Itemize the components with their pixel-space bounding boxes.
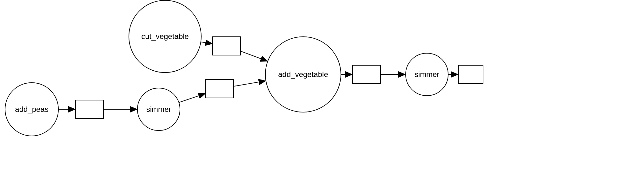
node-label-add-vegetable: add_vegetable (278, 70, 328, 79)
node-rect-5 (458, 65, 483, 84)
node-cut-vegetable: cut_vegetable (129, 0, 202, 73)
node-label-cut-vegetable: cut_vegetable (141, 32, 189, 41)
node-add-peas: add_peas (5, 82, 59, 136)
edge-cut_vegetable-to-rect2 (201, 42, 212, 44)
edge-simmer1-to-rect3 (179, 93, 205, 102)
node-label-simmer-1: simmer (146, 105, 171, 114)
process-diagram: add_peas simmer cut_vegetable add_vegeta… (0, 0, 644, 179)
node-simmer-1: simmer (137, 88, 180, 131)
node-rect-2 (212, 36, 241, 55)
node-rect-1 (75, 100, 104, 119)
node-rect-3 (205, 79, 234, 98)
edge-rect2-to-add_vegetable (241, 51, 268, 61)
node-label-add-peas: add_peas (15, 105, 48, 114)
edge-rect3-to-add_vegetable (234, 81, 266, 86)
node-label-simmer-2: simmer (415, 70, 440, 79)
node-rect-4 (352, 65, 381, 84)
node-add-vegetable: add_vegetable (265, 36, 341, 112)
node-simmer-2: simmer (405, 53, 448, 96)
